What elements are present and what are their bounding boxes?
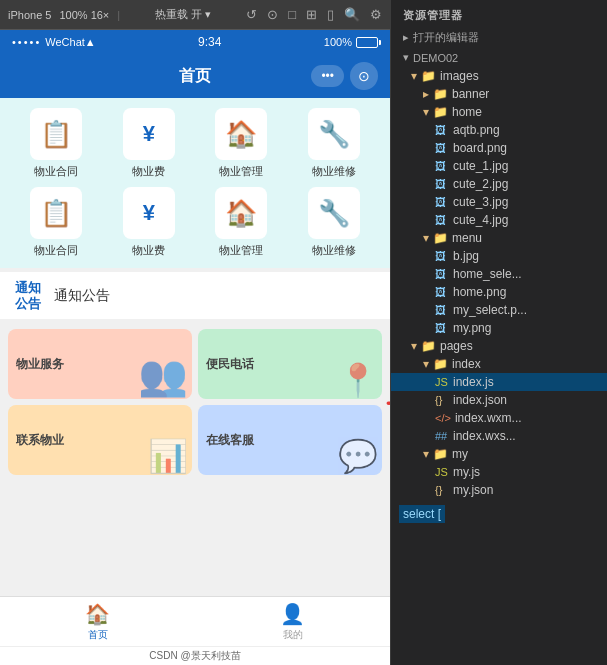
file-index-js[interactable]: JS index.js — [391, 373, 607, 391]
nav-title: 首页 — [179, 66, 211, 87]
file-my-json-label: my.json — [453, 483, 493, 497]
dots-button[interactable]: ••• — [311, 65, 344, 87]
icon-item-repair2[interactable]: 🔧 物业维修 — [298, 187, 370, 258]
json-icon-index: {} — [435, 394, 449, 406]
card-contact-property[interactable]: 联系物业 📊 — [8, 405, 192, 475]
icon-item-fee1[interactable]: ¥ 物业费 — [113, 108, 185, 179]
folder-index[interactable]: ▾ 📁 index — [391, 355, 607, 373]
nav-right-buttons: ••• ⊙ — [311, 62, 378, 90]
icon-item-contract1[interactable]: 📋 物业合同 — [20, 108, 92, 179]
icon-item-repair1[interactable]: 🔧 物业维修 — [298, 108, 370, 179]
folder-banner[interactable]: ▸ 📁 banner — [391, 85, 607, 103]
phone-icon[interactable]: ▯ — [327, 7, 334, 22]
file-my-json[interactable]: {} my.json — [391, 481, 607, 499]
js-icon-my: JS — [435, 466, 449, 478]
battery-percent: 100% — [324, 36, 352, 48]
repair-icon-2: 🔧 — [318, 198, 350, 229]
scale-label: 100% 16× — [59, 9, 109, 21]
icon-item-mgmt2[interactable]: 🏠 物业管理 — [205, 187, 277, 258]
search-icon[interactable]: 🔍 — [344, 7, 360, 22]
contract-icon-1: 📋 — [40, 119, 72, 150]
icon-grid-section: 📋 物业合同 ¥ 物业费 🏠 物业管理 🔧 物业维修 — [0, 98, 390, 268]
file-index-js-label: index.js — [453, 375, 494, 389]
file-home-png[interactable]: 🖼 home.png — [391, 283, 607, 301]
select-highlight-area: select [ — [391, 503, 607, 525]
icon-label-mgmt1: 物业管理 — [219, 164, 263, 179]
card-label-1: 物业服务 — [16, 356, 64, 373]
tab-my[interactable]: 👤 我的 — [195, 597, 390, 646]
dots-icon: ••• — [321, 69, 334, 83]
file-cute3[interactable]: 🖼 cute_3.jpg — [391, 193, 607, 211]
png-icon-my-select: 🖼 — [435, 304, 449, 316]
file-index-wxml[interactable]: </> index.wxm... — [391, 409, 607, 427]
folder-my[interactable]: ▾ 📁 my — [391, 445, 607, 463]
icon-item-contract2[interactable]: 📋 物业合同 — [20, 187, 92, 258]
mgmt-icon-2: 🏠 — [225, 198, 257, 229]
refresh-icon[interactable]: ↺ — [246, 7, 257, 22]
folder-home[interactable]: ▾ 📁 home — [391, 103, 607, 121]
toolbar-icons: ↺ ⊙ □ ⊞ ▯ 🔍 ⚙ — [246, 7, 382, 22]
icon-item-mgmt1[interactable]: 🏠 物业管理 — [205, 108, 277, 179]
card-convenience-phone[interactable]: 便民电话 📍 — [198, 329, 382, 399]
open-editors-text: 打开的编辑器 — [413, 30, 479, 45]
file-my-png[interactable]: 🖼 my.png — [391, 319, 607, 337]
icon-row-2: 📋 物业合同 ¥ 物业费 🏠 物业管理 🔧 物业维修 — [10, 187, 380, 258]
camera-button[interactable]: ⊙ — [350, 62, 378, 90]
folder-my-icon2: 📁 — [433, 447, 448, 461]
card-figure-3: 📊 — [148, 437, 188, 475]
phone-panel: iPhone 5 100% 16× | 热重载 开 ▾ ↺ ⊙ □ ⊞ ▯ 🔍 … — [0, 0, 390, 665]
png-icon-cute4: 🖼 — [435, 214, 449, 226]
file-my-js[interactable]: JS my.js — [391, 463, 607, 481]
file-cute4[interactable]: 🖼 cute_4.jpg — [391, 211, 607, 229]
status-bar: ••••• WeChat ▲ 9:34 100% — [0, 30, 390, 54]
cards-grid: 物业服务 👥 便民电话 📍 联系物业 📊 在线客服 — [0, 323, 390, 481]
main-content: 📋 物业合同 ¥ 物业费 🏠 物业管理 🔧 物业维修 — [0, 98, 390, 596]
png-icon-aqtb: 🖼 — [435, 124, 449, 136]
folder-pages[interactable]: ▾ 📁 pages — [391, 337, 607, 355]
record-icon[interactable]: ⊙ — [267, 7, 278, 22]
folder-banner-icon: ▸ — [423, 87, 429, 101]
png-icon-board: 🖼 — [435, 142, 449, 154]
file-panel: 资源管理器 ▸ 打开的编辑器 ▾ DEMO02 ▾ 📁 images ▸ 📁 b… — [390, 0, 607, 665]
folder-my-label: my — [452, 447, 468, 461]
icon-label-fee1: 物业费 — [132, 164, 165, 179]
open-editors-label[interactable]: ▸ 打开的编辑器 — [391, 27, 607, 48]
file-bjpg-label: b.jpg — [453, 249, 479, 263]
file-cute1-label: cute_1.jpg — [453, 159, 508, 173]
watermark-text: CSDN @景天利技苗 — [149, 650, 240, 661]
demo02-label[interactable]: ▾ DEMO02 — [391, 48, 607, 67]
png-icon-cute3: 🖼 — [435, 196, 449, 208]
file-aqtb[interactable]: 🖼 aqtb.png — [391, 121, 607, 139]
card-property-service[interactable]: 物业服务 👥 — [8, 329, 192, 399]
js-icon-index: JS — [435, 376, 449, 388]
grid-icon[interactable]: ⊞ — [306, 7, 317, 22]
png-icon-b: 🖼 — [435, 250, 449, 262]
folder-index-icon2: 📁 — [433, 357, 448, 371]
png-icon-home: 🖼 — [435, 286, 449, 298]
wifi-icon: ▲ — [85, 36, 96, 48]
file-cute1[interactable]: 🖼 cute_1.jpg — [391, 157, 607, 175]
notice-tag-line1: 通知 — [12, 280, 44, 296]
file-index-json[interactable]: {} index.json — [391, 391, 607, 409]
icon-box-fee1: ¥ — [123, 108, 175, 160]
file-bjpg[interactable]: 🖼 b.jpg — [391, 247, 607, 265]
file-index-wxss[interactable]: ## index.wxs... — [391, 427, 607, 445]
folder-menu-icon: ▾ — [423, 231, 429, 245]
file-board[interactable]: 🖼 board.png — [391, 139, 607, 157]
window-icon[interactable]: □ — [288, 7, 296, 22]
settings-icon[interactable]: ⚙ — [370, 7, 382, 22]
folder-menu[interactable]: ▾ 📁 menu — [391, 229, 607, 247]
folder-images[interactable]: ▾ 📁 images — [391, 67, 607, 85]
file-home-sele[interactable]: 🖼 home_sele... — [391, 265, 607, 283]
tab-home[interactable]: 🏠 首页 — [0, 597, 195, 646]
file-aqtb-label: aqtb.png — [453, 123, 500, 137]
hot-reload-label[interactable]: 热重载 开 ▾ — [128, 7, 238, 22]
icon-label-repair2: 物业维修 — [312, 243, 356, 258]
card-online-service[interactable]: 在线客服 💬 — [198, 405, 382, 475]
contract-icon-2: 📋 — [40, 198, 72, 229]
card-figure-1: 👥 — [138, 352, 188, 399]
icon-item-fee2[interactable]: ¥ 物业费 — [113, 187, 185, 258]
file-cute2[interactable]: 🖼 cute_2.jpg — [391, 175, 607, 193]
file-my-select[interactable]: 🖼 my_select.p... — [391, 301, 607, 319]
home-tab-icon: 🏠 — [85, 602, 110, 626]
